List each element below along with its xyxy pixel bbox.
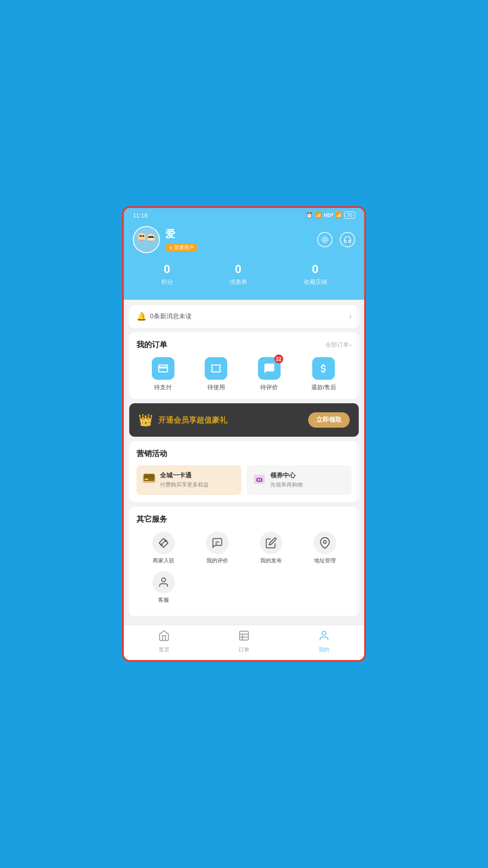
orders-all-link[interactable]: 全部订单 › <box>325 341 352 349</box>
marketing-grid: 全城一卡通 付费购买享更多权益 🎟 领券中心 先领券再购物 <box>136 465 352 495</box>
refund-icon <box>312 357 335 380</box>
badge-text: 普通用户 <box>174 244 194 251</box>
battery-icon: 70 <box>344 212 355 219</box>
pending-pay-icon <box>152 357 174 380</box>
stat-favorites-value: 0 <box>312 262 318 276</box>
order-item-pending-use[interactable]: 待使用 <box>205 357 227 392</box>
citypass-text: 全城一卡通 付费购买享更多权益 <box>160 472 209 489</box>
member-text: 开通会员享超值豪礼 <box>158 415 227 425</box>
svg-point-3 <box>142 235 144 237</box>
marketing-title: 营销活动 <box>136 448 352 459</box>
bell-icon: 🔔 <box>136 311 146 321</box>
coupon-text: 领券中心 先领券再购物 <box>270 472 303 489</box>
address-label: 地址管理 <box>314 557 336 565</box>
user-badge: ⊙ 普通用户 <box>165 243 197 252</box>
review-service-label: 我的评价 <box>206 557 228 565</box>
citypass-title: 全城一卡通 <box>160 472 209 480</box>
crown-icon: 👑 <box>138 413 153 427</box>
notification-left: 🔔 0条新消息未读 <box>136 311 192 321</box>
coupon-title: 领券中心 <box>270 472 303 480</box>
pending-use-icon <box>205 357 227 380</box>
customer-label: 客服 <box>158 596 169 604</box>
pending-pay-label: 待支付 <box>154 383 172 392</box>
order-item-pending-pay[interactable]: 待支付 <box>152 357 174 392</box>
phone-frame: 11:18 ⏰ 📶 HD⁸ 📶 70 <box>122 206 366 662</box>
order-icons-row: 待支付 待使用 <box>136 357 352 392</box>
refund-label: 退款/售后 <box>311 383 337 392</box>
stat-coupons[interactable]: 0 优惠券 <box>230 262 247 286</box>
stat-favorites[interactable]: 0 收藏店铺 <box>304 262 327 286</box>
chevron-right-icon: › <box>349 312 352 321</box>
service-review[interactable]: 我的评价 <box>190 532 244 565</box>
orders-all-label: 全部订单 <box>325 341 349 349</box>
review-badge: 22 <box>274 354 283 363</box>
stat-coupons-value: 0 <box>235 262 241 276</box>
order-item-pending-review[interactable]: 22 待评价 <box>258 357 281 392</box>
stat-points-label: 积分 <box>161 278 173 286</box>
pending-use-label: 待使用 <box>207 383 225 392</box>
header: 爱 ⊙ 普通用户 <box>124 221 364 300</box>
publish-icon <box>260 532 282 554</box>
orders-section: 我的订单 全部订单 › 待支付 <box>129 332 359 399</box>
wifi-icon: 📶 <box>315 212 322 218</box>
svg-point-28 <box>322 631 326 635</box>
headphone-button[interactable] <box>340 232 355 247</box>
nav-orders[interactable]: 订单 <box>238 630 250 654</box>
status-icons: ⏰ 📶 HD⁸ 📶 70 <box>306 212 355 219</box>
profile-row: 爱 ⊙ 普通用户 <box>133 226 355 253</box>
member-banner[interactable]: 👑 开通会员享超值豪礼 立即领取 <box>129 403 359 437</box>
marketing-section: 营销活动 全城一卡通 付费购买享更多权益 <box>129 441 359 502</box>
notification-bar[interactable]: 🔔 0条新消息未读 › <box>129 305 359 328</box>
signal-icon: 📶 <box>335 212 342 218</box>
bottom-nav: 首页 订单 我的 <box>124 625 364 660</box>
scan-button[interactable] <box>317 232 333 247</box>
profile-name: 爱 <box>165 227 197 241</box>
nav-home[interactable]: 首页 <box>158 630 170 654</box>
svg-rect-24 <box>239 631 249 640</box>
stat-favorites-label: 收藏店铺 <box>304 278 327 286</box>
stat-points-value: 0 <box>164 262 170 276</box>
stat-coupons-label: 优惠券 <box>230 278 247 286</box>
pending-review-label: 待评价 <box>260 383 278 392</box>
svg-point-5 <box>149 236 150 238</box>
profile-info: 爱 ⊙ 普通用户 <box>165 227 197 252</box>
order-item-refund[interactable]: 退款/售后 <box>311 357 337 392</box>
coupon-icon: 🎟 <box>253 473 266 487</box>
hd-icon: HD⁸ <box>324 212 333 218</box>
content-area: 🔔 0条新消息未读 › 我的订单 全部订单 › <box>124 300 364 625</box>
svg-point-2 <box>140 235 141 237</box>
services-section: 其它服务 商家入驻 <box>129 507 359 616</box>
badge-icon: ⊙ <box>169 245 173 250</box>
publish-label: 我的发布 <box>260 557 282 565</box>
svg-rect-14 <box>144 476 155 477</box>
svg-point-6 <box>151 236 153 238</box>
marketing-card-coupon[interactable]: 🎟 领券中心 先领券再购物 <box>247 465 352 495</box>
citypass-sub: 付费购买享更多权益 <box>160 481 209 489</box>
alarm-icon: ⏰ <box>306 212 313 218</box>
svg-point-22 <box>323 541 326 544</box>
coupon-sub: 先领券再购物 <box>270 481 303 489</box>
customer-icon <box>152 571 175 594</box>
nav-mine[interactable]: 我的 <box>318 630 330 654</box>
stat-points[interactable]: 0 积分 <box>161 262 173 286</box>
merchant-icon <box>152 532 175 554</box>
orders-header: 我的订单 全部订单 › <box>136 340 352 350</box>
service-address[interactable]: 地址管理 <box>298 532 352 565</box>
profile-icons <box>317 232 355 247</box>
status-bar: 11:18 ⏰ 📶 HD⁸ 📶 70 <box>124 208 364 221</box>
nav-orders-label: 订单 <box>239 646 249 654</box>
orders-nav-icon <box>238 630 250 644</box>
mine-nav-icon <box>318 630 330 644</box>
citypass-icon <box>143 474 155 486</box>
services-title: 其它服务 <box>136 514 352 524</box>
address-icon <box>314 532 336 554</box>
claim-button[interactable]: 立即领取 <box>308 412 350 428</box>
orders-chevron-icon: › <box>350 341 352 348</box>
avatar[interactable] <box>133 226 160 253</box>
nav-home-label: 首页 <box>159 646 169 654</box>
service-merchant[interactable]: 商家入驻 <box>136 532 190 565</box>
service-publish[interactable]: 我的发布 <box>244 532 298 565</box>
stats-row: 0 积分 0 优惠券 0 收藏店铺 <box>133 262 355 286</box>
marketing-card-citypass[interactable]: 全城一卡通 付费购买享更多权益 <box>136 465 241 495</box>
service-customer[interactable]: 客服 <box>136 571 190 604</box>
